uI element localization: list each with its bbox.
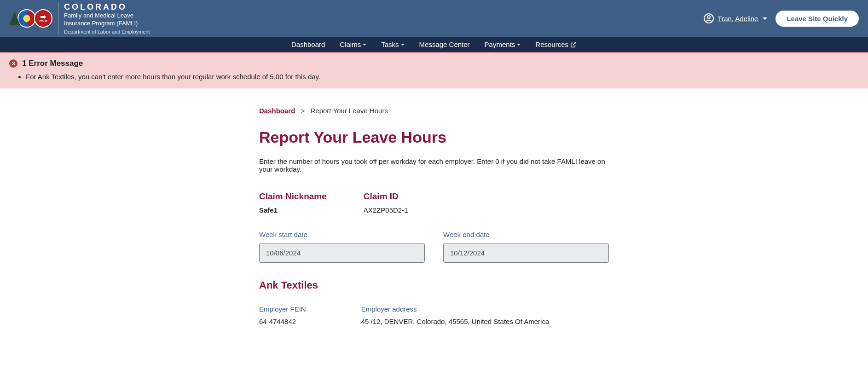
week-start-input xyxy=(259,243,425,263)
nav-resources[interactable]: Resources xyxy=(528,37,584,52)
chevron-down-icon xyxy=(763,17,767,20)
employer-address-value: 45 /12, DENVER, Colorado, 45565, United … xyxy=(361,318,550,325)
chevron-down-icon xyxy=(401,44,405,46)
header-right: Tran, Adeline Leave Site Quickly xyxy=(703,11,859,27)
error-list: For Ank Textiles, you can't enter more h… xyxy=(9,73,859,81)
external-link-icon xyxy=(570,41,577,48)
week-start-block: Week start date xyxy=(259,231,425,263)
main-content: Dashboard > Report Your Leave Hours Repo… xyxy=(250,88,618,344)
nav-payments[interactable]: Payments xyxy=(477,37,528,52)
week-start-label: Week start date xyxy=(259,231,425,238)
error-title-row: ✕ 1 Error Message xyxy=(9,59,859,68)
breadcrumb-separator: > xyxy=(301,107,305,115)
chevron-down-icon xyxy=(517,44,521,46)
error-icon: ✕ xyxy=(9,59,17,68)
svg-line-2 xyxy=(573,42,576,45)
tree-icon xyxy=(9,12,20,25)
top-header: CDLE COLORADO Family and Medical Leave I… xyxy=(0,0,868,37)
nav-tasks[interactable]: Tasks xyxy=(374,37,411,52)
week-end-input xyxy=(443,243,609,263)
claim-id-label: Claim ID xyxy=(364,191,408,202)
error-item: For Ank Textiles, you can't enter more h… xyxy=(26,73,859,81)
breadcrumb-dashboard[interactable]: Dashboard xyxy=(259,107,295,115)
error-title-text: 1 Error Message xyxy=(22,59,83,68)
breadcrumb-current: Report Your Leave Hours xyxy=(310,107,388,115)
employer-name: Ank Textiles xyxy=(259,279,609,291)
week-end-label: Week end date xyxy=(443,231,609,238)
brand-text: COLORADO Family and Medical Leave Insura… xyxy=(58,2,150,35)
employer-fein-block: Employer FEIN 64-4744842 xyxy=(259,305,306,325)
error-banner: ✕ 1 Error Message For Ank Textiles, you … xyxy=(0,52,868,88)
nav-dashboard[interactable]: Dashboard xyxy=(284,37,332,52)
cdle-seal-icon: CDLE xyxy=(34,9,52,28)
claim-id-value: AX2ZP05D2-1 xyxy=(364,206,408,214)
claim-nickname-value: Safe1 xyxy=(259,206,327,214)
brand-state: COLORADO xyxy=(64,2,150,12)
instructions: Enter the number of hours you took off p… xyxy=(259,157,609,173)
date-row: Week start date Week end date xyxy=(259,231,609,263)
employer-address-block: Employer address 45 /12, DENVER, Colorad… xyxy=(361,305,550,325)
claim-info-row: Claim Nickname Safe1 Claim ID AX2ZP05D2-… xyxy=(259,191,609,214)
nav-claims[interactable]: Claims xyxy=(332,37,374,52)
week-end-block: Week end date xyxy=(443,231,609,263)
leave-site-button[interactable]: Leave Site Quickly xyxy=(775,11,859,27)
employer-info-row: Employer FEIN 64-4744842 Employer addres… xyxy=(259,305,609,325)
logo-group: CDLE xyxy=(9,9,52,28)
breadcrumb: Dashboard > Report Your Leave Hours xyxy=(259,107,609,115)
brand-department: Department of Labor and Employment xyxy=(64,29,150,35)
employer-fein-label: Employer FEIN xyxy=(259,305,306,313)
main-nav: Dashboard Claims Tasks Message Center Pa… xyxy=(0,37,868,52)
claim-id-block: Claim ID AX2ZP05D2-1 xyxy=(364,191,408,214)
employer-address-label: Employer address xyxy=(361,305,550,313)
colorado-seal-icon xyxy=(17,9,36,28)
user-name: Tran, Adeline xyxy=(718,15,758,23)
user-menu[interactable]: Tran, Adeline xyxy=(703,13,768,24)
chevron-down-icon xyxy=(363,44,366,46)
user-icon xyxy=(703,13,714,24)
brand-program-line1: Family and Medical Leave xyxy=(64,12,150,20)
page-title: Report Your Leave Hours xyxy=(259,128,609,146)
nav-message-center[interactable]: Message Center xyxy=(412,37,477,52)
brand-program-line2: Insurance Program (FAMLI) xyxy=(64,20,150,28)
employer-fein-value: 64-4744842 xyxy=(259,318,306,325)
brand-block: CDLE COLORADO Family and Medical Leave I… xyxy=(9,2,150,35)
claim-nickname-block: Claim Nickname Safe1 xyxy=(259,191,327,214)
claim-nickname-label: Claim Nickname xyxy=(259,191,327,202)
svg-point-1 xyxy=(707,16,710,18)
